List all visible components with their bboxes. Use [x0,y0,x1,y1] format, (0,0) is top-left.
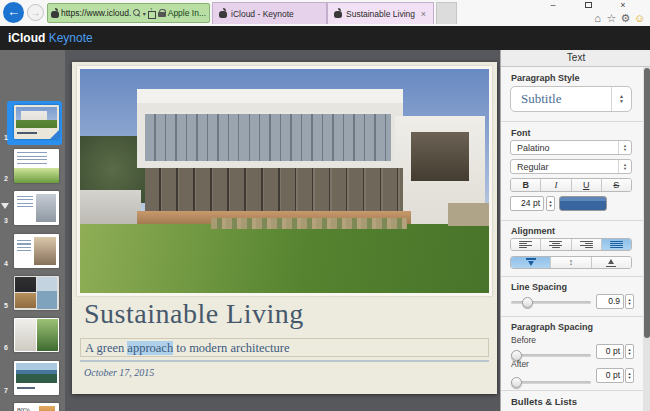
home-button[interactable]: ⌂ [591,12,604,25]
text-color-well[interactable] [559,196,607,211]
tab-icloud-keynote[interactable]: iCloud - Keynote [212,2,327,24]
font-style-value: Regular [511,162,618,172]
slide-canvas: Sustainable Living A green approach to m… [65,50,500,411]
feedback-button[interactable]: ☺ [633,12,646,25]
slide-number: 5 [4,302,15,309]
minimize-button[interactable]: – [546,0,560,11]
security-lock-icon[interactable] [158,9,166,18]
slide-thumbnail-2[interactable] [14,149,59,183]
slide-subtitle-textbox[interactable]: A green approach to modern architecture [80,338,489,357]
slide-thumbnail-3[interactable] [14,191,59,225]
settings-button[interactable]: ⚙ [619,12,632,25]
close-window-button[interactable]: × [616,0,630,11]
divider [501,390,643,391]
stepper[interactable]: ▲▼ [618,160,631,173]
back-button[interactable]: ← [3,2,24,23]
slide-thumbnail-6[interactable] [14,318,59,352]
address-dropdown-icon[interactable]: ▾ [143,10,146,17]
photo-frame[interactable] [77,66,492,296]
keynote-toolbar: iCloud Keynote 75% ▾ ↶ ↷ ▶ ⊞ T [0,26,650,50]
back-icon: ← [7,4,20,19]
slide-thumbnail-8[interactable]: 80% [14,403,59,411]
icloud-keynote-window: ← → https://www.icloud.com/1 ▾ Apple In.… [0,0,650,411]
align-top-icon [526,258,536,267]
forward-button[interactable]: → [27,4,44,21]
divider [501,121,643,122]
font-family-select[interactable]: Palatino ▲▼ [510,140,632,155]
tab-title: Sustainable Living [346,9,416,19]
slide-thumbnail-7[interactable] [14,361,59,395]
before-spacing-stepper[interactable]: ▲▼ [625,344,634,359]
before-spacing-input[interactable]: 0 pt [596,344,624,359]
smiley-icon: ☺ [634,12,645,24]
line-spacing-stepper[interactable]: ▲▼ [625,294,634,309]
disclosure-triangle-icon[interactable] [1,203,9,209]
font-size-stepper[interactable]: ▲▼ [546,196,555,211]
slide-thumbnail-4[interactable] [14,234,59,268]
address-bar[interactable]: https://www.icloud.com/1 ▾ Apple In... [47,3,210,23]
align-left-button[interactable] [511,239,541,250]
slider-thumb[interactable] [522,297,533,308]
minimize-icon: – [550,0,555,10]
slide-number: 6 [4,344,15,351]
favorites-button[interactable]: ☆ [605,12,618,25]
slide-title[interactable]: Sustainable Living [84,298,304,330]
paragraph-style-label: Paragraph Style [511,73,580,83]
inspector-tab-text[interactable]: Text [501,50,650,67]
browser-chrome: ← → https://www.icloud.com/1 ▾ Apple In.… [0,0,650,26]
font-size-input[interactable]: 24 pt [510,196,544,211]
italic-button[interactable]: I [541,179,571,191]
brand-icloud: iCloud [8,31,45,45]
maximize-icon [585,2,592,8]
bullets-lists-section[interactable]: Bullets & Lists [511,396,577,407]
search-icon[interactable] [133,9,141,17]
apple-favicon-icon [334,9,342,18]
divider [501,316,643,317]
underline-button[interactable]: U [572,179,602,191]
align-justify-button[interactable] [602,239,631,250]
slide-date[interactable]: October 17, 2015 [84,367,154,378]
url-text[interactable]: https://www.icloud.com/1 [61,8,131,18]
subtitle-text: to modern architecture [173,341,289,355]
after-spacing-stepper[interactable]: ▲▼ [625,368,634,383]
align-center-icon [549,241,562,249]
after-spacing-input[interactable]: 0 pt [596,368,624,383]
slide-editor[interactable]: Sustainable Living A green approach to m… [72,62,497,394]
paragraph-style-select[interactable]: Subtitle ▲▼ [510,86,632,112]
apple-favicon-icon [51,9,59,18]
tab-sustainable-living[interactable]: Sustainable Living × [327,2,434,24]
gear-icon: ⚙ [621,12,631,24]
maximize-button[interactable] [581,0,595,11]
align-top-button[interactable] [511,257,551,268]
stepper-down-icon: ▼ [619,99,624,104]
new-tab-button[interactable] [436,2,457,24]
close-icon: × [620,0,625,10]
bold-button[interactable]: B [511,179,541,191]
align-center-button[interactable] [541,239,571,250]
align-right-button[interactable] [572,239,602,250]
panel-scrollbar-thumb[interactable] [644,68,650,338]
certificate-name[interactable]: Apple In... [168,8,206,18]
strikethrough-button[interactable]: S [602,179,631,191]
tab-title: iCloud - Keynote [231,9,320,19]
stepper-down-icon: ▼ [628,376,632,380]
tab-close-icon[interactable]: × [420,9,427,19]
divider [501,220,643,221]
stepper[interactable]: ▲▼ [618,141,631,154]
font-style-select[interactable]: Regular ▲▼ [510,159,632,174]
page-actions-icon[interactable] [148,9,156,18]
line-spacing-label: Line Spacing [511,282,567,292]
slide-divider-line [80,360,489,362]
slider-thumb[interactable] [511,377,522,388]
line-spacing-slider[interactable] [511,301,591,304]
slide-thumbnail-5[interactable] [14,276,59,310]
before-spacing-slider[interactable] [511,354,591,357]
align-middle-button[interactable]: ↕ [551,257,591,268]
line-spacing-input[interactable]: 0.9 [596,294,624,309]
align-right-icon [580,241,593,249]
stepper-down-icon: ▼ [628,352,632,356]
slide-thumbnail-1[interactable] [14,105,59,139]
after-spacing-slider[interactable] [511,381,591,384]
align-bottom-button[interactable] [592,257,631,268]
stepper[interactable]: ▲▼ [611,87,631,111]
